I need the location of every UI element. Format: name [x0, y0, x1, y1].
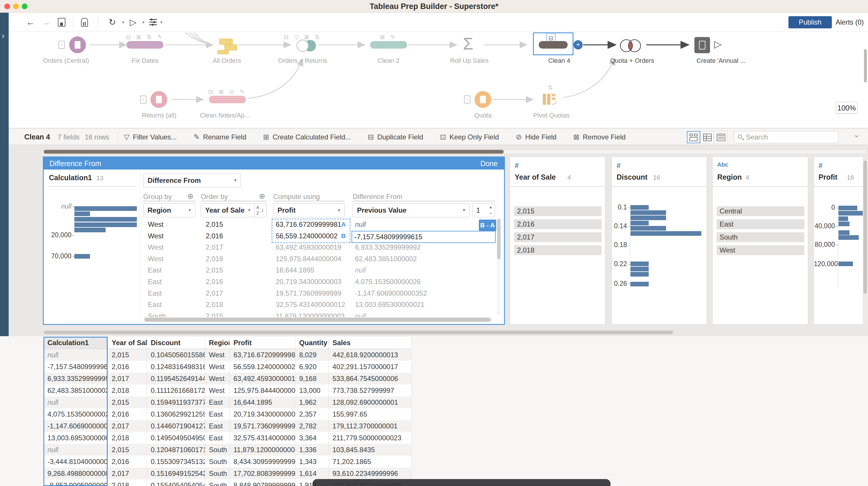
histogram-bar[interactable]: [630, 261, 649, 266]
run-output-icon[interactable]: ▷: [714, 38, 722, 50]
table-cell: 0.12048710601719: [147, 444, 205, 456]
calc-panel-title: Difference From: [50, 157, 101, 169]
histogram-bar[interactable]: [630, 282, 649, 286]
histogram-bar[interactable]: [838, 206, 857, 210]
histogram-bar[interactable]: [630, 231, 701, 236]
difference-from-dropdown[interactable]: Previous Value ▼: [353, 203, 470, 217]
histogram-bar[interactable]: [630, 221, 649, 225]
card-value-bar[interactable]: 2,017: [514, 232, 601, 242]
card-value-bar[interactable]: Central: [717, 206, 804, 216]
view-toggle-profile-grid[interactable]: [687, 131, 700, 143]
view-toggle-list[interactable]: [714, 131, 727, 143]
profile-card-region[interactable]: AbcRegion4CentralEastSouthWest: [712, 157, 808, 325]
scrollbar-thumb[interactable]: [497, 219, 500, 259]
histogram-tick-mark: [836, 208, 838, 208]
histogram-bar[interactable]: [838, 216, 848, 221]
toolbar-button-hide-field[interactable]: ⊘Hide Field: [516, 133, 556, 141]
cell-value: 0.15949119373777: [151, 396, 205, 408]
histogram-bar[interactable]: [630, 267, 649, 271]
column-header-quantity[interactable]: Quantity: [295, 337, 329, 349]
scrollbar-thumb[interactable]: [44, 331, 673, 334]
calc-type-dropdown[interactable]: Difference From ▼: [143, 173, 241, 188]
search-input[interactable]: [746, 132, 833, 142]
card-value-bar[interactable]: 2,016: [514, 219, 601, 229]
cell-value: 63,716.67209999981: [234, 349, 295, 361]
column-header-year-of-sale[interactable]: Year of Sale: [107, 337, 147, 349]
histogram-bar[interactable]: [630, 226, 666, 231]
table-cell: 0.10450560155869: [147, 349, 205, 361]
histogram-bar[interactable]: [838, 222, 849, 226]
sort-order-button[interactable]: AZ↓: [254, 203, 267, 217]
table-row[interactable]: 62,483.38510000022,0180.11112616681722We…: [43, 385, 411, 396]
table-row[interactable]: 13,003.6953000000212,0180.14950495049505…: [43, 432, 411, 444]
profile-card-discount[interactable]: #Discount160.10.140.180.220.26: [612, 157, 707, 325]
toolbar-button-remove-field[interactable]: ⊠Remove Field: [573, 133, 625, 141]
offset-spinner[interactable]: 1 ▲ ▼: [472, 203, 495, 217]
add-order-by-icon[interactable]: ⊕: [259, 192, 265, 201]
toolbar-button-keep-only-field[interactable]: ⊡Keep Only Field: [440, 133, 499, 141]
table-cell: 2,016: [107, 361, 147, 372]
view-toggle-grid[interactable]: [701, 131, 714, 143]
group-by-dropdown[interactable]: Region ▼: [143, 203, 195, 217]
column-header-label: Calculation1: [48, 339, 89, 347]
table-row[interactable]: -3,444.8104000000112,0160.15530973451327…: [43, 456, 411, 467]
column-header-region[interactable]: Region: [205, 337, 229, 349]
table-row[interactable]: null2,0150.10450560155869West63,716.6720…: [43, 349, 411, 361]
card-value-bar[interactable]: 2,018: [514, 245, 601, 255]
histogram-bar[interactable]: [630, 210, 666, 215]
order-by-dropdown[interactable]: Year of Sale ▼: [201, 203, 255, 217]
divider: [713, 186, 808, 187]
histogram-axis: [838, 203, 838, 288]
table-row[interactable]: 4,075.1535000000262,0160.13606299212598E…: [43, 408, 411, 420]
column-header-sales[interactable]: Sales: [329, 337, 411, 349]
flow-vertical-scrollbar[interactable]: [864, 49, 867, 83]
compute-using-dropdown[interactable]: Profit ▼: [273, 203, 345, 217]
search-field[interactable]: [734, 131, 838, 143]
histogram-bar[interactable]: [630, 216, 666, 220]
cell-value: 442,618.9200000013: [333, 349, 398, 361]
cell-value: 773,738.527999997: [333, 385, 394, 396]
column-header-profit[interactable]: Profit: [229, 337, 295, 349]
table-row[interactable]: -1,147.60690000003522,0170.1446071904127…: [43, 420, 411, 432]
toolbar-button-filter-values[interactable]: ▽Filter Values...: [124, 133, 177, 141]
table-row[interactable]: null2,0150.12048710601719South11,879.120…: [43, 444, 411, 456]
column-header-discount[interactable]: Discount: [147, 337, 205, 349]
add-group-by-icon[interactable]: ⊕: [187, 192, 193, 201]
table-cell: 0.11954526491447: [147, 372, 205, 385]
done-button[interactable]: Done: [480, 157, 498, 169]
histogram-bar[interactable]: [630, 205, 649, 210]
table-row[interactable]: 9,268.4988000000052,0170.15169491525424S…: [43, 467, 411, 479]
scrollbar-thumb[interactable]: [863, 161, 867, 294]
table-cell: 1,336: [295, 444, 329, 456]
histogram-bar[interactable]: [630, 272, 649, 277]
table-cell: South: [205, 467, 229, 479]
histogram-bar[interactable]: [838, 261, 853, 266]
histogram-bar[interactable]: [838, 230, 849, 235]
difference-edit-cell[interactable]: [351, 231, 496, 243]
histogram-bar[interactable]: [838, 235, 859, 240]
add-step-plus-icon[interactable]: +: [574, 40, 583, 50]
histogram-tick-mark: [72, 256, 74, 257]
card-value-bar[interactable]: South: [717, 232, 804, 242]
column-header-calculation1[interactable]: Calculation1: [43, 337, 107, 349]
spinner-down-icon[interactable]: ▼: [489, 212, 492, 216]
toolbar-button-create-calculated-field[interactable]: ⊞Create Calculated Field...: [263, 133, 351, 141]
table-row[interactable]: 6,933.3352999999922,0170.11954526491447W…: [43, 372, 411, 385]
spinner-up-icon[interactable]: ▲: [489, 205, 492, 209]
histogram-bar[interactable]: [838, 211, 863, 216]
collapse-pane-chevron-icon[interactable]: ›: [852, 135, 861, 137]
card-value-bar[interactable]: East: [717, 219, 804, 229]
cell-value: 0.15530973451327: [151, 456, 205, 467]
card-value-bar[interactable]: 2,015: [514, 206, 601, 216]
profile-card-year-of-sale[interactable]: #Year of Sale42,0152,0162,0172,018: [510, 157, 605, 325]
table-row[interactable]: -7,157.5480999996152,0160.12483164983165…: [43, 361, 411, 372]
profile-card-profit[interactable]: #Profit16040,00080,000120,000: [814, 157, 867, 325]
toolbar-button-rename-field[interactable]: ✎Rename Field: [193, 133, 246, 141]
scrollbar-thumb[interactable]: [44, 150, 504, 154]
difference-edit-input[interactable]: [354, 232, 490, 242]
card-value-bar[interactable]: West: [717, 245, 804, 255]
table-row[interactable]: null2,0150.15949119373777East16,644.1895…: [43, 396, 411, 408]
cell-value: East: [209, 420, 223, 432]
scrollbar-thumb[interactable]: [144, 318, 490, 322]
toolbar-button-duplicate-field[interactable]: ⊟Duplicate Field: [368, 133, 423, 141]
